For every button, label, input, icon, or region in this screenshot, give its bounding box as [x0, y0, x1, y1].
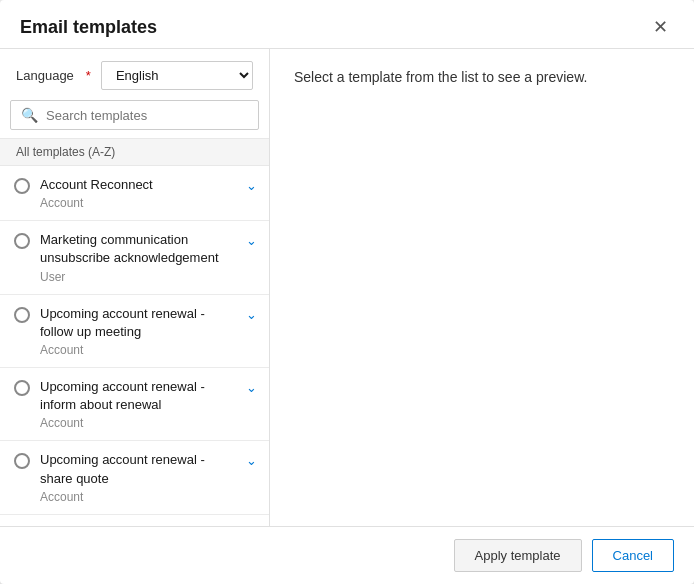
dialog-footer: Apply template Cancel: [0, 526, 694, 584]
template-info: Upcoming account renewal - share quoteAc…: [40, 451, 236, 503]
template-info: Account ReconnectAccount: [40, 176, 236, 210]
chevron-down-icon[interactable]: ⌄: [246, 233, 257, 248]
template-item[interactable]: Upcoming account renewal - follow up mee…: [0, 295, 269, 368]
template-category: Account: [40, 416, 236, 430]
template-info: Upcoming account renewal - inform about …: [40, 378, 236, 430]
dialog-title: Email templates: [20, 17, 157, 38]
preview-hint: Select a template from the list to see a…: [294, 69, 587, 85]
cancel-button[interactable]: Cancel: [592, 539, 674, 572]
template-radio[interactable]: [14, 307, 30, 323]
template-name: Account Reconnect: [40, 176, 236, 194]
template-category: User: [40, 270, 236, 284]
template-radio[interactable]: [14, 178, 30, 194]
search-input[interactable]: [46, 108, 248, 123]
template-info: Upcoming account renewal - follow up mee…: [40, 305, 236, 357]
left-panel: Language * English 🔍 All templates (A-Z)…: [0, 49, 270, 526]
dialog-header: Email templates ✕: [0, 0, 694, 49]
language-row: Language * English: [0, 49, 269, 100]
template-item[interactable]: Marketing communication unsubscribe ackn…: [0, 221, 269, 294]
templates-header: All templates (A-Z): [0, 138, 269, 166]
chevron-down-icon[interactable]: ⌄: [246, 178, 257, 193]
email-templates-dialog: Email templates ✕ Language * English 🔍 A…: [0, 0, 694, 584]
required-star: *: [86, 68, 91, 83]
chevron-down-icon[interactable]: ⌄: [246, 307, 257, 322]
search-icon: 🔍: [21, 107, 38, 123]
template-name: Upcoming account renewal - inform about …: [40, 378, 236, 414]
template-radio[interactable]: [14, 380, 30, 396]
template-item[interactable]: Upcoming account renewal - inform about …: [0, 368, 269, 441]
template-name: Upcoming account renewal - share quote: [40, 451, 236, 487]
language-select[interactable]: English: [101, 61, 253, 90]
templates-list: Account ReconnectAccount⌄Marketing commu…: [0, 166, 269, 526]
template-name: Upcoming account renewal - follow up mee…: [40, 305, 236, 341]
right-panel: Select a template from the list to see a…: [270, 49, 694, 526]
template-radio[interactable]: [14, 453, 30, 469]
search-box: 🔍: [10, 100, 259, 130]
apply-template-button[interactable]: Apply template: [454, 539, 582, 572]
close-button[interactable]: ✕: [647, 16, 674, 38]
language-label: Language: [16, 68, 74, 83]
template-category: Account: [40, 196, 236, 210]
template-item[interactable]: Account ReconnectAccount⌄: [0, 166, 269, 221]
template-category: Account: [40, 490, 236, 504]
template-item[interactable]: Upcoming account renewal - share quoteAc…: [0, 441, 269, 514]
chevron-down-icon[interactable]: ⌄: [246, 380, 257, 395]
template-info: Marketing communication unsubscribe ackn…: [40, 231, 236, 283]
dialog-body: Language * English 🔍 All templates (A-Z)…: [0, 49, 694, 526]
template-radio[interactable]: [14, 233, 30, 249]
template-name: Marketing communication unsubscribe ackn…: [40, 231, 236, 267]
chevron-down-icon[interactable]: ⌄: [246, 453, 257, 468]
template-category: Account: [40, 343, 236, 357]
